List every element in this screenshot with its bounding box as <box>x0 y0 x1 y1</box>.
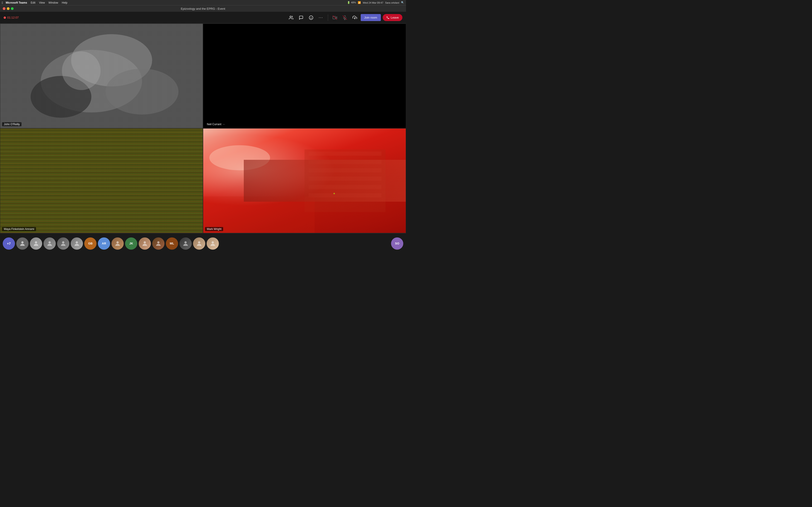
chat-button[interactable] <box>297 13 305 22</box>
participant-avatar-9[interactable] <box>180 237 192 250</box>
svg-point-35 <box>212 241 214 243</box>
join-room-button[interactable]: Join room <box>361 14 381 21</box>
teams-toolbar: 01:12:07 ··· <box>0 12 406 23</box>
traffic-lights <box>3 7 14 10</box>
video-cell-mark: Mark Wright <box>203 128 406 233</box>
participant-avatar-so-self[interactable]: SO <box>391 237 403 250</box>
menubar-right-icons: 🔋 48% 📶 Wed 24 Mar 09:47 Sara ortolani 🔍 <box>347 1 404 4</box>
participant-avatar-gb[interactable]: GB <box>84 237 97 250</box>
svg-point-14 <box>106 69 179 115</box>
green-dot-indicator <box>334 193 335 194</box>
svg-point-26 <box>35 241 37 243</box>
svg-rect-16 <box>305 150 386 212</box>
window-titlebar: Epizoology and the EPRG - Event <box>0 5 406 12</box>
glitch-effect <box>0 128 203 233</box>
participant-avatar-7[interactable] <box>139 237 151 250</box>
svg-point-15 <box>62 51 101 90</box>
video-content-john <box>0 24 203 128</box>
mac-menubar:  Microsoft Teams Edit View Window Help … <box>0 0 406 5</box>
svg-point-1 <box>309 16 313 19</box>
mic-button[interactable] <box>341 13 349 22</box>
menu-window[interactable]: Window <box>48 1 58 4</box>
menu-view[interactable]: View <box>39 1 45 4</box>
apple-logo:  <box>2 1 3 5</box>
camera-button[interactable] <box>331 13 339 22</box>
svg-point-34 <box>198 241 200 243</box>
battery-status: 🔋 48% <box>347 1 356 4</box>
video-cell-maya: Maya Finkelstein Amrami <box>0 128 203 233</box>
svg-point-31 <box>144 241 146 243</box>
svg-point-30 <box>116 241 119 243</box>
svg-rect-17 <box>309 152 382 156</box>
neil-more-options[interactable]: ··· <box>223 123 225 126</box>
fullscreen-button[interactable] <box>11 7 14 10</box>
user-name: Sara ortolani <box>385 1 399 4</box>
svg-point-28 <box>62 241 64 243</box>
svg-point-23 <box>209 145 270 170</box>
svg-point-0 <box>290 16 291 17</box>
john-label: John O'Reilly <box>2 122 21 126</box>
svg-point-12 <box>71 34 152 87</box>
menu-edit[interactable]: Edit <box>31 1 36 4</box>
participant-avatar-jk[interactable]: JK <box>125 237 137 250</box>
more-options-button[interactable]: ··· <box>317 13 325 22</box>
close-button[interactable] <box>3 7 5 10</box>
participant-avatar-10[interactable] <box>193 237 205 250</box>
participant-avatar-8[interactable] <box>152 237 164 250</box>
svg-rect-18 <box>309 160 382 164</box>
svg-point-25 <box>21 241 23 243</box>
more-participants-badge[interactable]: +7 <box>3 237 15 250</box>
clock: Wed 24 Mar 09:47 <box>363 1 383 4</box>
participant-avatar-11[interactable] <box>207 237 219 250</box>
svg-rect-19 <box>309 168 382 172</box>
maya-label: Maya Finkelstein Amrami <box>2 227 36 231</box>
minimize-button[interactable] <box>7 7 9 10</box>
participant-avatar-1[interactable] <box>16 237 29 250</box>
svg-point-13 <box>31 76 91 118</box>
window-title: Epizoology and the EPRG - Event <box>181 7 225 10</box>
rec-dot <box>4 16 6 19</box>
participant-avatar-2[interactable] <box>30 237 42 250</box>
menu-teams[interactable]: Microsoft Teams <box>6 1 27 4</box>
svg-rect-10 <box>0 24 203 128</box>
participant-avatar-3[interactable] <box>44 237 56 250</box>
share-button[interactable] <box>351 13 359 22</box>
menu-help[interactable]: Help <box>62 1 67 4</box>
recording-indicator: 01:12:07 <box>4 16 19 19</box>
participant-avatar-5[interactable] <box>71 237 83 250</box>
video-cell-john: John O'Reilly <box>0 23 203 128</box>
participant-avatar-4[interactable] <box>57 237 69 250</box>
reactions-button[interactable] <box>307 13 315 22</box>
wifi-icon: 📶 <box>358 1 361 4</box>
video-cell-neil: Neil Currant ··· <box>203 23 406 128</box>
toolbar-right: ··· Join room <box>287 13 403 22</box>
leave-button[interactable]: Leave <box>383 14 402 21</box>
svg-point-11 <box>41 50 142 112</box>
mark-label: Mark Wright <box>205 227 223 231</box>
participant-avatar-ml[interactable]: ML <box>166 237 178 250</box>
svg-point-33 <box>185 241 187 243</box>
svg-point-27 <box>48 241 51 243</box>
search-icon[interactable]: 🔍 <box>401 1 404 4</box>
svg-rect-20 <box>309 176 382 181</box>
neil-label: Neil Currant ··· <box>205 122 227 126</box>
menu-items: Microsoft Teams Edit View Window Help <box>6 1 67 4</box>
svg-point-29 <box>76 241 78 243</box>
recording-time: 01:12:07 <box>7 16 19 19</box>
participant-avatar-ar[interactable]: AR <box>98 237 110 250</box>
svg-point-32 <box>157 241 159 243</box>
participants-strip: +7 GB <box>0 233 406 253</box>
svg-rect-21 <box>309 185 382 189</box>
svg-rect-22 <box>309 193 382 198</box>
video-grid: John O'Reilly Neil Currant ··· Maya Fink… <box>0 23 406 233</box>
participants-button[interactable] <box>287 13 295 22</box>
video-content-mark <box>203 128 406 233</box>
video-content-maya <box>0 128 203 233</box>
participant-avatar-6[interactable] <box>111 237 124 250</box>
